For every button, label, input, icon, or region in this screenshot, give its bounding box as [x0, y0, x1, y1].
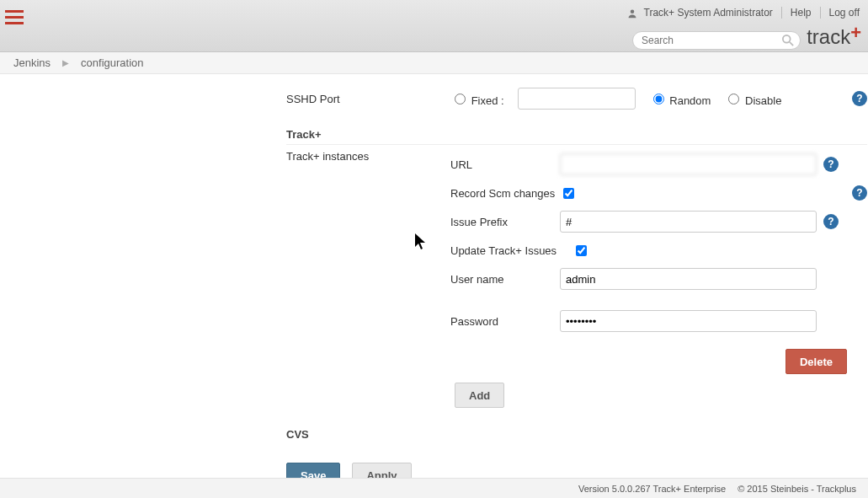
svg-point-4: [783, 35, 791, 43]
apply-button[interactable]: Apply: [352, 463, 411, 478]
top-bar: Track+ System Administrator Help Log off…: [0, 0, 868, 52]
user-icon: [627, 8, 637, 19]
sshd-fixed-option[interactable]: Fixed :: [450, 91, 504, 107]
save-button[interactable]: Save: [286, 463, 340, 478]
section-trackplus: Track+: [286, 128, 867, 145]
url-label: URL: [450, 158, 560, 171]
svg-line-5: [790, 42, 793, 46]
logoff-link[interactable]: Log off: [829, 7, 860, 19]
help-icon[interactable]: ?: [823, 157, 839, 172]
svg-point-3: [630, 10, 634, 14]
help-icon[interactable]: ?: [852, 185, 867, 201]
update-issues-label: Update Track+ Issues: [450, 244, 572, 257]
help-icon[interactable]: ?: [852, 91, 867, 106]
search-icon: [782, 35, 794, 46]
username-input[interactable]: [560, 268, 817, 290]
footer-copyright: © 2015 Steinbeis - Trackplus: [738, 484, 856, 494]
search-wrap: [632, 31, 801, 50]
content-area: SSHD Port Fixed : Random Disable ? Track…: [0, 74, 868, 478]
separator: [781, 7, 782, 19]
sshd-port-row: SSHD Port Fixed : Random Disable ?: [286, 84, 867, 113]
trackplus-instances-label: Track+ instances: [286, 150, 450, 163]
menu-button[interactable]: [0, 0, 29, 35]
add-button[interactable]: Add: [455, 383, 504, 408]
delete-button[interactable]: Delete: [785, 349, 847, 374]
search-input[interactable]: [632, 31, 801, 50]
issue-prefix-input[interactable]: [560, 211, 817, 233]
update-issues-checkbox[interactable]: [576, 245, 587, 256]
svg-rect-2: [5, 22, 24, 24]
footer-version: Version 5.0.0.267 Track+ Enterprise: [578, 484, 726, 494]
password-label: Password: [450, 315, 560, 328]
breadcrumb: Jenkins ▶ configuration: [0, 52, 868, 74]
username-label: User name: [450, 273, 560, 286]
sshd-disable-radio[interactable]: [728, 94, 739, 104]
sshd-fixed-port-input[interactable]: [518, 88, 636, 110]
logo: track+: [807, 25, 861, 49]
breadcrumb-jenkins[interactable]: Jenkins: [13, 56, 51, 69]
sshd-disable-option[interactable]: Disable: [724, 91, 781, 107]
footer: Version 5.0.0.267 Track+ Enterprise © 20…: [0, 478, 868, 498]
chevron-right-icon: ▶: [62, 58, 69, 67]
sshd-random-radio[interactable]: [653, 94, 664, 104]
record-scm-label: Record Scm changes: [450, 187, 560, 200]
sshd-random-option[interactable]: Random: [649, 91, 711, 107]
logo-text: track: [807, 25, 850, 48]
url-input[interactable]: [560, 153, 817, 175]
sshd-fixed-radio[interactable]: [455, 94, 466, 104]
sshd-port-label: SSHD Port: [286, 93, 450, 105]
svg-rect-0: [5, 10, 24, 13]
help-link[interactable]: Help: [791, 7, 812, 19]
separator: [820, 7, 821, 19]
record-scm-checkbox[interactable]: [563, 188, 574, 199]
hamburger-icon: [5, 10, 24, 25]
user-name-link[interactable]: Track+ System Administrator: [644, 7, 773, 19]
help-icon[interactable]: ?: [823, 214, 839, 229]
password-input[interactable]: [560, 310, 817, 332]
issue-prefix-label: Issue Prefix: [450, 216, 560, 228]
section-cvs: CVS: [286, 428, 867, 444]
logo-plus-icon: +: [850, 22, 861, 43]
breadcrumb-configuration[interactable]: configuration: [81, 56, 143, 69]
svg-rect-1: [5, 16, 24, 19]
